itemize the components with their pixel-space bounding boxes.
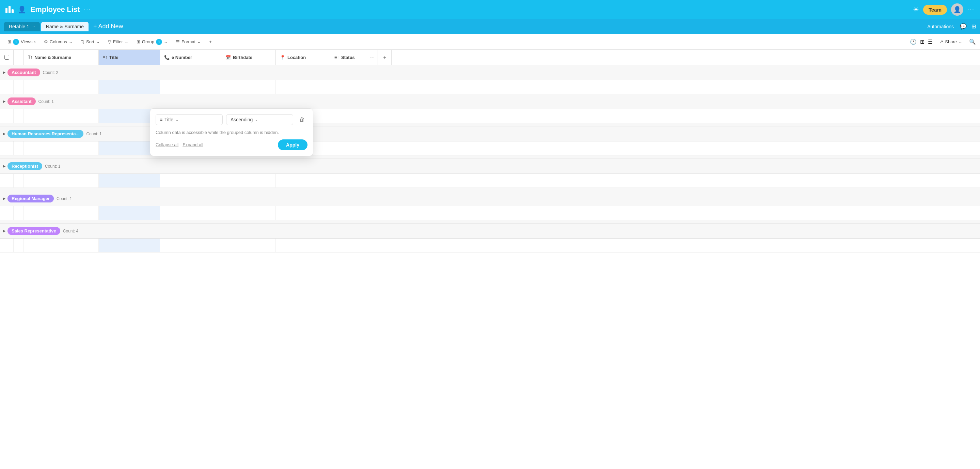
- empty-title-regional: [99, 206, 160, 220]
- group-row-accountant: ▶ Accountant Count: 2: [0, 65, 980, 80]
- col-check[interactable]: [0, 50, 14, 65]
- popup-links: Collapse all Expand all: [156, 142, 203, 147]
- grid-icon[interactable]: ⊞: [920, 38, 924, 45]
- group-toggle-receptionist[interactable]: ▶: [3, 164, 5, 168]
- logo[interactable]: [5, 6, 14, 13]
- tab-right-icons: 💬 ⊞: [960, 23, 976, 30]
- table-icon[interactable]: ⊞: [972, 23, 976, 30]
- empty-expand-hr: [14, 142, 24, 155]
- group-toggle-accountant[interactable]: ▶: [3, 70, 5, 75]
- order-select[interactable]: Ascending ⌄: [226, 114, 293, 125]
- empty-expand-sales: [14, 239, 24, 252]
- top-header: 👤 Employee List ··· ☀ Team 👤 ···: [0, 0, 980, 19]
- chat-icon[interactable]: 💬: [960, 23, 967, 30]
- format-icon: ☰: [176, 39, 180, 44]
- group-count-sales: Count: 4: [63, 229, 78, 233]
- loc-col-icon: 📍: [280, 55, 285, 60]
- status-col-more: ···: [371, 55, 374, 59]
- empty-title-receptionist: [99, 174, 160, 187]
- page-title: Employee List: [30, 5, 80, 14]
- group-empty-row-regional: [0, 206, 980, 220]
- add-column-button[interactable]: +: [206, 37, 215, 46]
- column-select-icon: ≡: [160, 117, 162, 122]
- toolbar-right: 🕐 ⊞ ☰ ↗ Share ⌄ 🔍: [910, 37, 976, 46]
- columns-chevron: ⌄: [69, 39, 73, 44]
- group-toggle-sales[interactable]: ▶: [3, 229, 5, 233]
- share-chevron: ⌄: [959, 39, 962, 44]
- group-toggle-regional[interactable]: ▶: [3, 196, 5, 201]
- empty-expand-regional: [14, 206, 24, 220]
- add-tab-button[interactable]: + Add New: [90, 21, 127, 31]
- group-count-assistant: Count: 1: [38, 99, 54, 104]
- filter-button[interactable]: ▽ Filter ⌄: [105, 37, 132, 46]
- list-icon[interactable]: ☰: [928, 38, 933, 45]
- expand-all-link[interactable]: Expand all: [183, 142, 203, 147]
- app-more-icon[interactable]: ···: [967, 6, 975, 13]
- empty-title-sales: [99, 239, 160, 252]
- team-badge[interactable]: Team: [923, 5, 947, 14]
- row-separator-1: [0, 123, 980, 126]
- avatar[interactable]: 👤: [951, 3, 963, 16]
- apply-button[interactable]: Apply: [278, 139, 307, 150]
- group-icon: ⊞: [137, 39, 140, 44]
- group-count-regional: Count: 1: [57, 196, 72, 201]
- logo-bar-3: [11, 9, 14, 13]
- history-icon[interactable]: 🕐: [910, 38, 917, 45]
- filter-label: Filter: [113, 39, 123, 44]
- group-row-regional: ▶ Regional Manager Count: 1: [0, 191, 980, 206]
- birth-col-label: Birthdate: [233, 55, 252, 60]
- tab-name-surname[interactable]: Name & Surname: [41, 22, 89, 31]
- share-button[interactable]: ↗ Share ⌄: [936, 37, 966, 46]
- collapse-all-link[interactable]: Collapse all: [156, 142, 178, 147]
- column-select[interactable]: ≡ Title ⌄: [156, 114, 223, 125]
- group-count-receptionist: Count: 1: [45, 164, 60, 169]
- group-row-receptionist: ▶ Receptionist Count: 1: [0, 159, 980, 174]
- empty-check-assistant: [0, 109, 14, 123]
- tab-retable1[interactable]: Retable 1 ···: [4, 22, 40, 31]
- group-label: Group: [142, 39, 154, 44]
- empty-expand-accountant: [14, 80, 24, 94]
- row-separator-4: [0, 220, 980, 223]
- format-button[interactable]: ☰ Format ⌄: [172, 37, 204, 46]
- group-toggle-hr[interactable]: ▶: [3, 132, 5, 136]
- empty-title-accountant: [99, 80, 160, 94]
- search-icon[interactable]: 🔍: [969, 38, 976, 45]
- logo-bar-2: [8, 6, 11, 13]
- sort-button[interactable]: ⇅ Sort ⌄: [77, 37, 103, 46]
- empty-check-accountant: [0, 80, 14, 94]
- tab-retable1-dots[interactable]: ···: [31, 24, 35, 29]
- sort-icon: ⇅: [81, 39, 84, 44]
- group-label-sales: Sales Representative: [8, 227, 60, 235]
- group-label-regional: Regional Manager: [8, 195, 54, 203]
- empty-birth-regional: [221, 206, 276, 220]
- group-badge: 1: [156, 39, 162, 45]
- name-col-label: Name & Surname: [34, 55, 71, 60]
- format-chevron: ⌄: [197, 39, 201, 44]
- group-empty-row-hr: [0, 142, 980, 155]
- empty-name-sales: [24, 239, 99, 252]
- group-toggle-assistant[interactable]: ▶: [3, 99, 5, 104]
- col-header-status: ≡↑ Status ···: [330, 50, 378, 65]
- col-add-button[interactable]: +: [378, 50, 391, 65]
- order-select-chevron: ⌄: [255, 117, 258, 122]
- empty-name-accountant: [24, 80, 99, 94]
- order-select-label: Ascending: [231, 117, 253, 122]
- empty-check-regional: [0, 206, 14, 220]
- views-button[interactable]: ⊞ 1 Views ›: [4, 37, 39, 47]
- group-row-hr: ▶ Human Resources Representa... Count: 1: [0, 126, 980, 142]
- group-label-hr: Human Resources Representa...: [8, 130, 83, 138]
- sun-icon[interactable]: ☀: [913, 5, 919, 14]
- birth-col-icon: 📅: [226, 55, 231, 60]
- group-empty-row-assistant: [0, 109, 980, 123]
- automations-button[interactable]: Automations: [927, 24, 954, 29]
- popup-info-text: Column data is accessible while the grou…: [156, 130, 279, 135]
- views-label: Views: [21, 39, 32, 44]
- delete-group-button[interactable]: 🗑: [297, 114, 307, 125]
- empty-name-regional: [24, 206, 99, 220]
- empty-phone-sales: [160, 239, 221, 252]
- header-more-icon[interactable]: ···: [84, 6, 91, 13]
- group-button[interactable]: ⊞ Group 1 ⌄: [133, 37, 171, 47]
- select-all-checkbox[interactable]: [5, 55, 9, 60]
- group-popup-info: Column data is accessible while the grou…: [156, 129, 307, 136]
- columns-button[interactable]: ⚙ Columns ⌄: [41, 37, 76, 46]
